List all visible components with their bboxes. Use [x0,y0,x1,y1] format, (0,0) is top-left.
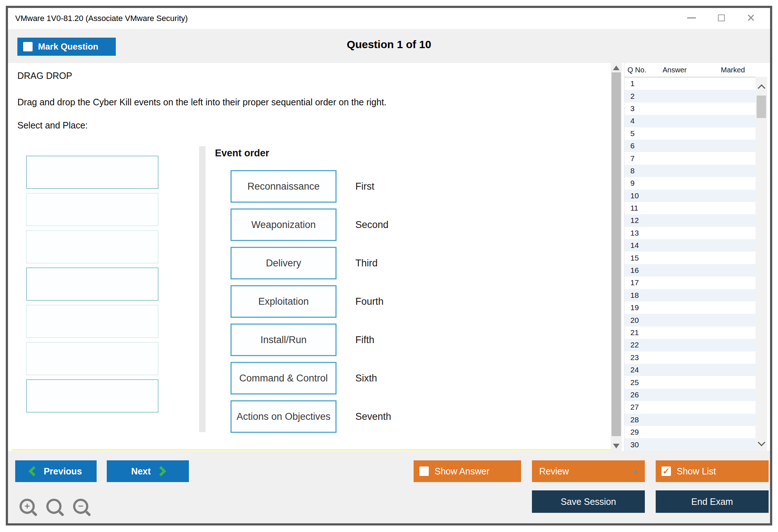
review-button[interactable]: Review ▲ [532,460,645,482]
question-number: 5 [625,129,635,138]
previous-label: Previous [44,466,82,477]
show-answer-label: Show Answer [435,466,489,477]
end-exam-button[interactable]: End Exam [656,490,769,513]
question-list-row[interactable]: 7 [625,152,756,164]
question-list-row[interactable]: 30 [625,438,756,451]
drag-source-slot[interactable] [26,193,158,226]
next-button[interactable]: Next [107,460,189,482]
content-scrollbar-thumb[interactable] [612,72,621,436]
chevron-right-icon [156,466,166,476]
minimize-button[interactable] [687,13,696,22]
question-list-row[interactable]: 21 [625,326,756,339]
review-label: Review [539,466,569,477]
question-list-row[interactable]: 26 [625,389,756,401]
minimize-icon [687,17,696,18]
question-list-row[interactable]: 22 [625,339,756,351]
question-list-row[interactable]: 3 [625,102,756,115]
drag-source-slot[interactable] [26,379,158,413]
event-label: Command & Control [239,373,328,384]
question-list-row[interactable]: 12 [625,214,756,227]
question-list-row[interactable]: 8 [625,165,756,177]
question-list-scrollbar[interactable] [756,77,767,451]
zoom-in-icon[interactable]: + [20,499,35,514]
event-box[interactable]: Weaponization [231,208,337,241]
question-number: 9 [625,179,635,187]
question-list-row[interactable]: 1 [625,77,756,90]
ordinal-label: Sixth [355,373,377,384]
content-scrollbar[interactable] [611,63,622,451]
event-box[interactable]: Delivery [231,247,337,279]
question-list-header: Q No. Answer Marked [625,63,767,77]
question-list-row[interactable]: 6 [625,140,756,152]
question-list-row[interactable]: 23 [625,351,756,364]
question-list-row[interactable]: 10 [625,190,756,202]
save-session-button[interactable]: Save Session [532,490,645,513]
question-list-row[interactable]: 18 [625,289,756,301]
close-button[interactable]: × [746,13,756,22]
event-order-title: Event order [215,148,269,159]
drag-source-slot[interactable] [26,267,158,301]
question-list-row[interactable]: 2 [625,90,756,102]
event-label: Actions on Objectives [237,411,331,422]
question-list-row[interactable]: 20 [625,314,756,326]
question-number: 25 [625,378,639,387]
question-list-row[interactable]: 19 [625,301,756,314]
drag-source-slot[interactable] [26,342,158,375]
question-list-row[interactable]: 24 [625,364,756,376]
zoom-out-icon[interactable]: − [73,499,88,514]
event-box[interactable]: Command & Control [231,362,337,394]
end-exam-label: End Exam [691,497,733,507]
question-list-row[interactable]: 9 [625,177,756,189]
drag-source-slot[interactable] [26,305,158,338]
question-list-row[interactable]: 11 [625,202,756,214]
maximize-button[interactable] [716,13,726,22]
column-marked: Marked [717,66,767,74]
ordinal-label: Seventh [355,411,391,422]
event-box[interactable]: Exploitation [231,285,337,318]
title-bar: VMware 1V0-81.20 (Associate VMware Secur… [8,8,770,29]
content-bottom-divider [12,449,611,451]
scroll-down-icon[interactable] [613,444,620,448]
event-label: Delivery [266,258,301,269]
scroll-up-icon[interactable] [758,84,765,92]
event-row: ExploitationFourth [231,285,391,318]
checkmark-icon: ✓ [663,467,670,476]
question-number: 21 [625,328,639,337]
previous-button[interactable]: Previous [15,460,97,482]
drag-source-slot[interactable] [26,230,158,263]
magnifier-icon[interactable] [46,499,62,514]
scroll-up-icon[interactable] [613,66,620,70]
event-row: ReconnaissanceFirst [231,170,391,203]
question-number: 20 [625,316,639,325]
question-list-scrollbar-thumb[interactable] [757,96,766,118]
scroll-down-icon[interactable] [758,439,765,446]
question-number: 11 [625,204,638,212]
question-number: 18 [625,291,639,300]
question-instruction: Drag and drop the Cyber Kill events on t… [17,97,386,107]
question-number: 2 [625,92,635,101]
event-row: DeliveryThird [231,247,391,279]
question-list-row[interactable]: 15 [625,252,756,264]
event-box[interactable]: Install/Run [231,324,337,356]
question-list-row[interactable]: 17 [625,276,756,289]
show-answer-button[interactable]: Show Answer [414,460,521,482]
question-list-row[interactable]: 25 [625,376,756,388]
question-number: 7 [625,154,635,163]
question-list-row[interactable]: 29 [625,426,756,438]
event-box[interactable]: Actions on Objectives [231,400,337,433]
save-session-label: Save Session [561,497,616,507]
question-list-row[interactable]: 5 [625,127,756,140]
event-label: Install/Run [261,334,307,346]
show-list-button[interactable]: ✓ Show List [656,460,769,482]
question-number: 1 [625,79,635,88]
question-list-row[interactable]: 13 [625,227,756,239]
event-box[interactable]: Reconnaissance [231,170,337,203]
question-list-row[interactable]: 4 [625,115,756,127]
question-list-row[interactable]: 14 [625,239,756,252]
question-list-row[interactable]: 27 [625,401,756,413]
question-list-row[interactable]: 16 [625,264,756,276]
next-label: Next [131,466,151,477]
drag-source-slot[interactable] [26,156,158,189]
question-list-row[interactable]: 28 [625,414,756,426]
question-number: 6 [625,142,635,150]
